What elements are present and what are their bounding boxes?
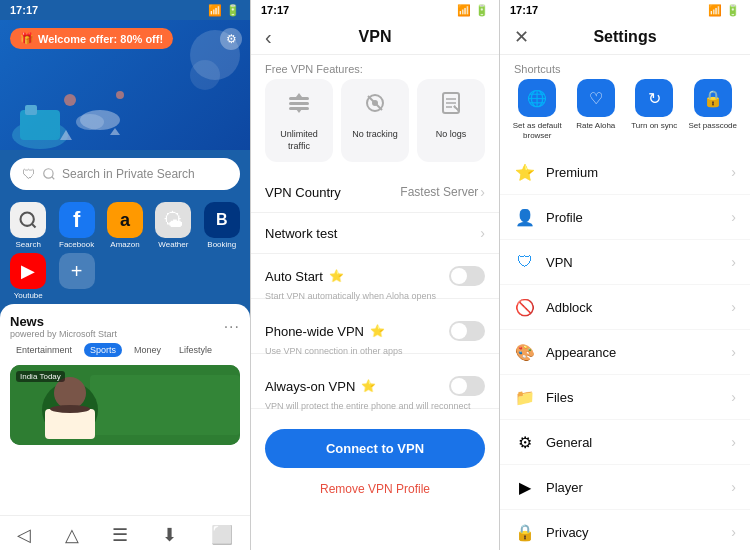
settings-item-general[interactable]: ⚙ General › xyxy=(500,420,750,465)
premium-label: Premium xyxy=(546,165,598,180)
files-left: 📁 Files xyxy=(514,386,573,408)
gear-icon[interactable]: ⚙ xyxy=(220,28,242,50)
svg-rect-20 xyxy=(289,102,309,105)
booking-icon: B xyxy=(204,202,240,238)
shortcut-set-passcode[interactable]: 🔒 Set passcode xyxy=(686,79,741,140)
svg-point-24 xyxy=(372,100,378,106)
settings-item-files[interactable]: 📁 Files › xyxy=(500,375,750,420)
home-screen-panel: 17:17 📶 🔋 🎁 Welcome offer: 80% off! ⚙ 🛡 xyxy=(0,0,250,550)
tab-sports[interactable]: Sports xyxy=(84,343,122,357)
feature-card-traffic: Unlimited traffic xyxy=(265,79,333,162)
news-image: India Today xyxy=(10,365,240,445)
files-chevron-icon: › xyxy=(731,389,736,405)
back-nav-icon[interactable]: ◁ xyxy=(17,524,31,546)
banner-illustration xyxy=(10,80,130,150)
svg-point-5 xyxy=(64,94,76,106)
profile-chevron-icon: › xyxy=(731,209,736,225)
tab-entertainment[interactable]: Entertainment xyxy=(10,343,78,357)
shortcut-turn-on-sync[interactable]: ↻ Turn on sync xyxy=(627,79,682,140)
shortcut-default-browser[interactable]: 🌐 Set as default browser xyxy=(510,79,565,140)
tab-money[interactable]: Money xyxy=(128,343,167,357)
files-icon: 📁 xyxy=(514,386,536,408)
shortcut-rate-aloha[interactable]: ♡ Rate Aloha xyxy=(569,79,624,140)
app-item-search[interactable]: Search xyxy=(6,202,50,249)
always-on-toggle[interactable] xyxy=(449,376,485,396)
auto-start-premium-star: ⭐ xyxy=(329,269,344,283)
rate-aloha-label: Rate Aloha xyxy=(576,121,615,131)
always-on-premium-star: ⭐ xyxy=(361,379,376,393)
feature-card-logs: No logs xyxy=(417,79,485,162)
app-item-facebook[interactable]: f Facebook xyxy=(54,202,98,249)
app-item-weather[interactable]: 🌤 Weather xyxy=(151,202,195,249)
search-icon xyxy=(42,167,56,181)
feature-traffic-label: Unlimited traffic xyxy=(271,129,327,152)
appearance-left: 🎨 Appearance xyxy=(514,341,616,363)
status-bar-1: 17:17 📶 🔋 xyxy=(0,0,250,20)
settings-item-profile[interactable]: 👤 Profile › xyxy=(500,195,750,240)
auto-start-toggle[interactable] xyxy=(449,266,485,286)
vpn-country-value: Fastest Server › xyxy=(400,184,485,200)
appearance-chevron-icon: › xyxy=(731,344,736,360)
general-icon: ⚙ xyxy=(514,431,536,453)
settings-item-vpn[interactable]: 🛡 VPN › xyxy=(500,240,750,285)
search-app-icon xyxy=(10,202,46,238)
menu-nav-icon[interactable]: ☰ xyxy=(112,524,128,546)
settings-item-appearance[interactable]: 🎨 Appearance › xyxy=(500,330,750,375)
svg-point-6 xyxy=(116,91,124,99)
default-browser-icon: 🌐 xyxy=(518,79,556,117)
feature-tracking-label: No tracking xyxy=(352,129,398,141)
status-icons-2: 📶 🔋 xyxy=(457,4,489,17)
app-item-booking[interactable]: B Booking xyxy=(200,202,244,249)
svg-rect-14 xyxy=(90,375,240,435)
chevron-right-icon-2: › xyxy=(480,225,485,241)
news-source-label: India Today xyxy=(16,371,65,382)
svg-line-10 xyxy=(52,177,55,180)
vpn-country-item[interactable]: VPN Country Fastest Server › xyxy=(251,172,499,213)
app-item-youtube[interactable]: ▶ Youtube xyxy=(6,253,50,300)
news-header: News powered by Microsoft Start ··· xyxy=(10,314,240,339)
search-bar[interactable]: 🛡 Search in Private Search xyxy=(10,158,240,190)
adblock-icon: 🚫 xyxy=(514,296,536,318)
status-time-3: 17:17 xyxy=(510,4,538,16)
download-nav-icon[interactable]: ⬇ xyxy=(162,524,177,546)
back-button[interactable]: ‹ xyxy=(265,26,272,49)
vpn-shield-icon: 🛡 xyxy=(514,251,536,273)
settings-item-premium[interactable]: ⭐ Premium › xyxy=(500,150,750,195)
network-test-label: Network test xyxy=(265,226,337,241)
status-bar-3: 17:17 📶 🔋 xyxy=(500,0,750,20)
vpn-header: ‹ VPN xyxy=(251,20,499,55)
logs-icon xyxy=(437,89,465,123)
battery-icon-2: 🔋 xyxy=(475,4,489,17)
connect-to-vpn-button[interactable]: Connect to VPN xyxy=(265,429,485,468)
settings-header: ✕ Settings xyxy=(500,20,750,55)
remove-vpn-profile-link[interactable]: Remove VPN Profile xyxy=(251,478,499,500)
settings-item-adblock[interactable]: 🚫 Adblock › xyxy=(500,285,750,330)
tab-lifestyle[interactable]: Lifestyle xyxy=(173,343,218,357)
feature-logs-label: No logs xyxy=(436,129,467,141)
privacy-lock-icon: 🔒 xyxy=(514,521,536,543)
app-item-amazon[interactable]: a Amazon xyxy=(103,202,147,249)
news-powered-by: powered by Microsoft Start xyxy=(10,329,117,339)
phone-wide-label: Phone-wide VPN xyxy=(265,324,364,339)
tab-nav-icon[interactable]: ⬜ xyxy=(211,524,233,546)
auto-start-subtitle: Start VPN automatically when Aloha opens xyxy=(251,291,499,309)
sync-icon: ↻ xyxy=(635,79,673,117)
amazon-icon: a xyxy=(107,202,143,238)
settings-item-player[interactable]: ▶ Player › xyxy=(500,465,750,510)
home-nav-icon[interactable]: △ xyxy=(65,524,79,546)
banner-decoration-2 xyxy=(190,60,220,90)
weather-icon: 🌤 xyxy=(155,202,191,238)
passcode-icon: 🔒 xyxy=(694,79,732,117)
phone-wide-toggle[interactable] xyxy=(449,321,485,341)
search-app-label: Search xyxy=(16,240,41,249)
network-test-item[interactable]: Network test › xyxy=(251,213,499,254)
app-item-add[interactable]: + xyxy=(54,253,98,300)
auto-start-label: Auto Start xyxy=(265,269,323,284)
adblock-label: Adblock xyxy=(546,300,592,315)
news-more-icon[interactable]: ··· xyxy=(224,318,240,336)
vpn-panel: 17:17 📶 🔋 ‹ VPN Free VPN Features: Unlim… xyxy=(250,0,500,550)
vpn-country-label: VPN Country xyxy=(265,185,341,200)
offer-badge[interactable]: 🎁 Welcome offer: 80% off! xyxy=(10,28,173,49)
close-button[interactable]: ✕ xyxy=(514,26,529,48)
settings-item-privacy[interactable]: 🔒 Privacy › xyxy=(500,510,750,550)
